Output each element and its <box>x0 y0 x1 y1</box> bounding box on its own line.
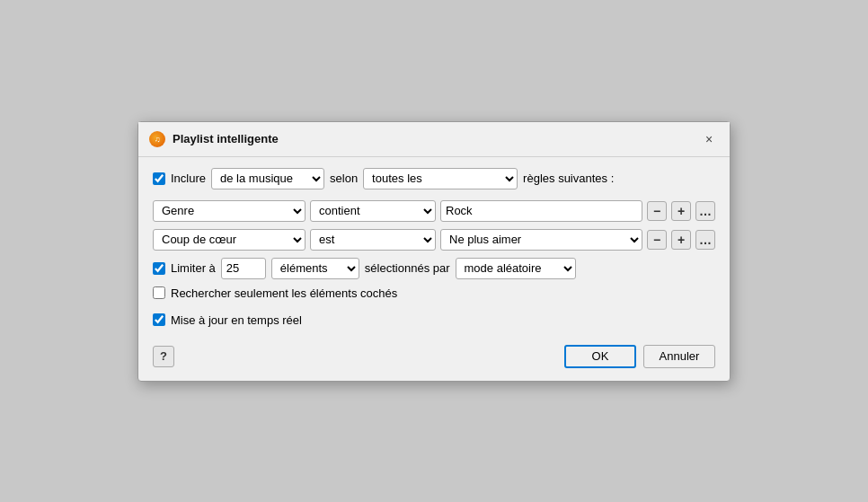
title-bar: ♫ Playlist intelligente × <box>138 122 730 157</box>
selon-label: selon <box>330 172 358 185</box>
footer-row: ? OK Annuler <box>153 345 715 368</box>
media-type-select[interactable]: de la musique <box>211 168 324 189</box>
include-row: Inclure de la musique selon toutes les n… <box>153 168 715 189</box>
live-update-label: Mise à jour en temps réel <box>171 313 302 327</box>
match-type-select[interactable]: toutes les n'importe laquelle des <box>363 168 518 189</box>
dialog-buttons: OK Annuler <box>564 345 715 368</box>
rule2-add-button[interactable]: + <box>671 230 691 250</box>
title-bar-left: ♫ Playlist intelligente <box>149 131 279 147</box>
include-label: Inclure <box>171 172 206 185</box>
search-checked-checkbox[interactable] <box>153 286 165 299</box>
smart-playlist-dialog: ♫ Playlist intelligente × Inclure de la … <box>137 121 731 382</box>
rule2-value-select[interactable]: Aimer Ne plus aimer Pas encore noté <box>440 229 642 251</box>
options-section: Rechercher seulement les éléments cochés… <box>153 286 715 336</box>
rule-row-2: Genre Artiste Album Titre Durée Coup de … <box>153 229 715 251</box>
rule1-value-input[interactable] <box>440 200 642 222</box>
search-checked-label: Rechercher seulement les éléments cochés <box>171 286 397 300</box>
live-update-row: Mise à jour en temps réel <box>153 313 715 327</box>
help-button[interactable]: ? <box>153 346 174 367</box>
search-checked-row: Rechercher seulement les éléments cochés <box>153 286 715 300</box>
cancel-button[interactable]: Annuler <box>643 345 715 368</box>
rule2-condition-select[interactable]: est n'est pas <box>310 229 436 251</box>
rule1-condition-select[interactable]: contient ne contient pas est n'est pas <box>310 200 436 222</box>
limit-unit-select[interactable]: éléments Mo Go minutes heures <box>271 258 359 279</box>
dialog-title: Playlist intelligente <box>173 132 279 145</box>
limit-row: Limiter à éléments Mo Go minutes heures … <box>153 258 715 279</box>
rule2-field-select[interactable]: Genre Artiste Album Titre Durée Coup de … <box>153 229 306 251</box>
close-button[interactable]: × <box>699 129 719 149</box>
limit-amount-input[interactable] <box>221 258 266 279</box>
rule1-add-button[interactable]: + <box>671 201 691 221</box>
rule2-remove-button[interactable]: − <box>647 230 667 250</box>
app-icon: ♫ <box>149 131 165 147</box>
rule1-more-button[interactable]: … <box>695 201 715 221</box>
rule1-remove-button[interactable]: − <box>647 201 667 221</box>
limit-mode-select[interactable]: mode aléatoire le plus récent le moins r… <box>456 258 576 279</box>
selected-by-label: sélectionnés par <box>365 261 450 275</box>
ok-button[interactable]: OK <box>564 345 636 368</box>
rule2-more-button[interactable]: … <box>695 230 715 250</box>
live-update-checkbox[interactable] <box>153 313 165 326</box>
rule-row-1: Genre Artiste Album Titre Durée Coup de … <box>153 200 715 222</box>
limit-label: Limiter à <box>171 261 216 275</box>
rule1-field-select[interactable]: Genre Artiste Album Titre Durée Coup de … <box>153 200 306 222</box>
rules-label: règles suivantes : <box>523 172 614 185</box>
include-checkbox[interactable] <box>153 172 165 185</box>
dialog-body: Inclure de la musique selon toutes les n… <box>138 157 730 381</box>
limit-checkbox[interactable] <box>153 262 165 275</box>
